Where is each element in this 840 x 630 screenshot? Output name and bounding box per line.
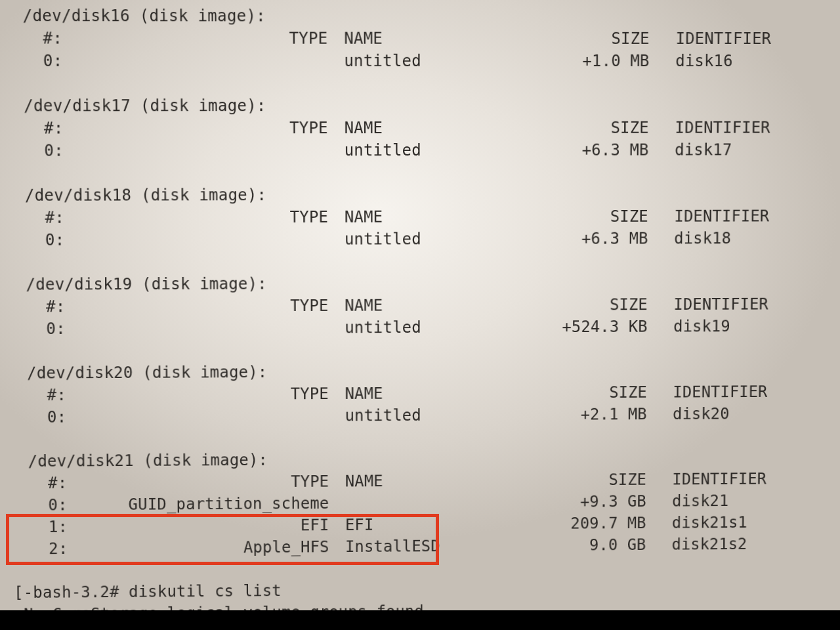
blank-line bbox=[0, 161, 837, 184]
partition-row: 0: untitled+6.3 MBdisk17 bbox=[0, 138, 837, 161]
cell-name: InstallESD bbox=[335, 535, 549, 558]
screen-bezel-bottom bbox=[0, 610, 840, 630]
partition-row: 0: untitled+2.1 MBdisk20 bbox=[1, 402, 834, 429]
disk-title: /dev/disk19 (disk image): bbox=[0, 271, 835, 296]
col-size: SIZE bbox=[551, 117, 649, 139]
cell-type bbox=[119, 317, 335, 340]
cell-name: untitled bbox=[335, 139, 551, 161]
cell-identifier: disk21s2 bbox=[646, 533, 762, 555]
cell-identifier: disk19 bbox=[648, 315, 765, 337]
cell-size: +6.3 MB bbox=[551, 228, 648, 250]
col-name: NAME bbox=[335, 117, 551, 139]
cell-identifier: disk17 bbox=[648, 138, 766, 161]
cell-size: 9.0 GB bbox=[549, 534, 646, 556]
partition-row: 0: untitled+524.3 KBdisk19 bbox=[0, 315, 835, 340]
col-type: TYPE bbox=[119, 383, 335, 406]
cell-index: 0: bbox=[1, 406, 120, 428]
cell-type bbox=[117, 139, 335, 161]
cell-size: +2.1 MB bbox=[550, 404, 647, 426]
col-size: SIZE bbox=[551, 205, 648, 228]
disk-title: /dev/disk17 (disk image): bbox=[0, 94, 838, 117]
col-index: #: bbox=[1, 384, 119, 406]
column-headers: #:TYPE NAMESIZEIDENTIFIER bbox=[0, 205, 837, 228]
col-type: TYPE bbox=[120, 471, 335, 494]
cell-size: +9.3 GB bbox=[549, 490, 646, 513]
col-name: NAME bbox=[335, 382, 550, 405]
col-size: SIZE bbox=[550, 381, 647, 404]
col-identifier: IDENTIFIER bbox=[646, 468, 763, 490]
cell-identifier: disk18 bbox=[648, 227, 765, 249]
column-headers: #:TYPE NAMESIZEIDENTIFIER bbox=[0, 117, 837, 140]
col-identifier: IDENTIFIER bbox=[649, 117, 766, 139]
col-index: #: bbox=[0, 207, 117, 229]
col-name: NAME bbox=[335, 205, 551, 228]
col-name: NAME bbox=[335, 469, 549, 492]
cell-identifier: disk21s1 bbox=[646, 511, 763, 534]
column-headers: #:TYPE NAMESIZEIDENTIFIER bbox=[0, 293, 835, 318]
col-identifier: IDENTIFIER bbox=[648, 205, 765, 228]
cell-type bbox=[117, 228, 335, 251]
col-size: SIZE bbox=[549, 469, 646, 491]
col-name: NAME bbox=[335, 294, 550, 317]
blank-line bbox=[0, 72, 838, 94]
col-index: #: bbox=[0, 295, 119, 318]
cell-identifier: disk20 bbox=[647, 403, 763, 425]
cell-index: 0: bbox=[0, 318, 119, 340]
cell-type: Apple_HFS bbox=[121, 536, 336, 559]
cell-type bbox=[119, 405, 335, 428]
disk-title: /dev/disk18 (disk image): bbox=[0, 183, 837, 207]
col-index: #: bbox=[0, 117, 117, 139]
disk-title: /dev/disk16 (disk image): bbox=[0, 5, 839, 28]
cell-name: untitled bbox=[335, 50, 552, 72]
col-type: TYPE bbox=[118, 295, 335, 318]
cell-size: +1.0 MB bbox=[551, 50, 650, 72]
cell-size: +524.3 KB bbox=[550, 316, 648, 338]
col-identifier: IDENTIFIER bbox=[647, 381, 763, 403]
partition-row: 0: untitled+6.3 MBdisk18 bbox=[0, 227, 836, 251]
cell-identifier: disk21 bbox=[646, 490, 763, 512]
col-size: SIZE bbox=[551, 28, 650, 50]
cell-name: untitled bbox=[335, 404, 550, 427]
col-type: TYPE bbox=[117, 206, 335, 229]
cell-name: untitled bbox=[335, 316, 551, 339]
cell-type: EFI bbox=[120, 514, 335, 537]
col-identifier: IDENTIFIER bbox=[650, 28, 767, 50]
cell-size: 209.7 MB bbox=[549, 513, 646, 535]
cell-identifier: disk16 bbox=[649, 50, 766, 72]
col-name: NAME bbox=[334, 28, 551, 50]
cell-type bbox=[116, 50, 335, 72]
cell-index: 1: bbox=[3, 516, 121, 539]
cell-index: 0: bbox=[2, 494, 120, 516]
cell-index: 0: bbox=[0, 229, 118, 251]
cell-name: EFI bbox=[335, 513, 549, 536]
col-size: SIZE bbox=[550, 293, 648, 316]
cell-name bbox=[335, 491, 549, 514]
cell-index: 0: bbox=[0, 139, 117, 161]
terminal-screen[interactable]: /dev/disk16 (disk image):#:TYPE NAMESIZE… bbox=[0, 0, 840, 610]
cell-name: untitled bbox=[335, 228, 551, 251]
blank-line bbox=[0, 337, 835, 362]
col-type: TYPE bbox=[116, 27, 335, 49]
col-index: #: bbox=[2, 472, 120, 494]
cell-type: GUID_partition_scheme bbox=[120, 492, 335, 515]
col-identifier: IDENTIFIER bbox=[648, 293, 765, 316]
cell-index: 2: bbox=[3, 537, 121, 560]
partition-row: 0: untitled+1.0 MBdisk16 bbox=[0, 50, 839, 72]
cell-size: +6.3 MB bbox=[551, 139, 648, 161]
blank-line bbox=[0, 249, 836, 274]
column-headers: #:TYPE NAMESIZEIDENTIFIER bbox=[0, 27, 839, 50]
col-type: TYPE bbox=[117, 117, 335, 139]
col-index: #: bbox=[0, 27, 116, 49]
cell-index: 0: bbox=[0, 50, 116, 72]
